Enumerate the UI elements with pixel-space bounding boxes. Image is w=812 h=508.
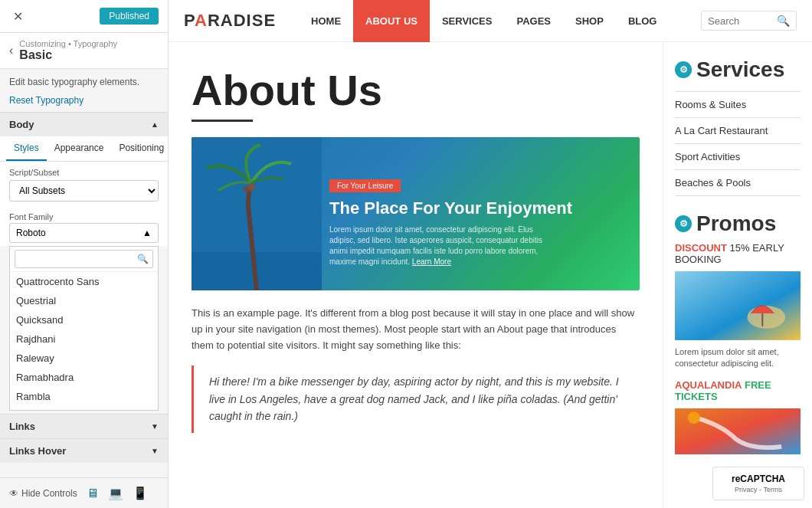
page-title: About Us bbox=[192, 65, 640, 115]
font-item-quattrocento[interactable]: Quattrocento Sans bbox=[10, 272, 158, 291]
eye-icon: 👁 bbox=[9, 488, 18, 499]
script-subset-label: Script/Subset bbox=[9, 168, 159, 177]
service-sport[interactable]: Sport Activities bbox=[675, 144, 801, 170]
promo-image-2 bbox=[675, 408, 801, 454]
font-item-rambla[interactable]: Rambla bbox=[10, 387, 158, 406]
search-icon: 🔍 bbox=[777, 15, 790, 27]
hide-controls-button[interactable]: 👁 Hide Controls bbox=[9, 488, 77, 499]
services-list: Rooms & Suites A La Cart Restaurant Spor… bbox=[675, 91, 801, 196]
hero-badge: For Your Leisure bbox=[329, 179, 401, 192]
links-section-header[interactable]: Links ▼ bbox=[0, 414, 168, 438]
chevron-up-icon-font: ▲ bbox=[142, 228, 152, 238]
nav-home[interactable]: HOME bbox=[299, 0, 353, 42]
font-family-label: Font Family bbox=[0, 208, 168, 223]
sidebar: ⚙ Services Rooms & Suites A La Cart Rest… bbox=[663, 42, 812, 508]
tablet-icon[interactable]: 💻 bbox=[108, 486, 123, 500]
panel-header: ✕ Published bbox=[0, 0, 168, 33]
font-list: Quattrocento Sans Questrial Quicksand Ra… bbox=[10, 272, 158, 410]
close-button[interactable]: ✕ bbox=[9, 8, 26, 25]
breadcrumb-title: Basic bbox=[19, 48, 117, 62]
content-area: About Us bbox=[169, 42, 663, 508]
links-hover-section-header[interactable]: Links Hover ▼ bbox=[0, 438, 168, 463]
font-item-ramabhadra[interactable]: Ramabhadra bbox=[10, 368, 158, 387]
nav-about-us[interactable]: ABOUT US bbox=[353, 0, 430, 42]
font-item-raleway[interactable]: Raleway bbox=[10, 349, 158, 368]
font-family-select[interactable]: Roboto ▲ bbox=[9, 223, 159, 243]
chevron-down-icon-links: ▼ bbox=[151, 422, 159, 431]
service-restaurant[interactable]: A La Cart Restaurant bbox=[675, 118, 801, 144]
page-body-text: This is an example page. It's different … bbox=[192, 306, 640, 353]
chevron-up-icon: ▲ bbox=[151, 120, 159, 129]
mobile-icon[interactable]: 📱 bbox=[133, 486, 148, 500]
font-item-rajdhani[interactable]: Rajdhani bbox=[10, 329, 158, 349]
page-quote: Hi there! I'm a bike messenger by day, a… bbox=[192, 365, 640, 432]
palm-tree-svg bbox=[192, 137, 322, 290]
search-icon: 🔍 bbox=[137, 254, 149, 264]
search-bar[interactable]: 🔍 bbox=[701, 11, 797, 31]
learn-more-link[interactable]: Learn More bbox=[412, 257, 451, 266]
main-content: PARADISE HOME ABOUT US SERVICES PAGES SH… bbox=[169, 0, 812, 508]
panel-description: Edit basic typography elements. bbox=[0, 69, 168, 95]
top-navigation: PARADISE HOME ABOUT US SERVICES PAGES SH… bbox=[169, 0, 812, 42]
font-search-input[interactable] bbox=[15, 250, 153, 268]
promo-image-1 bbox=[675, 271, 801, 340]
hero-image: For Your Leisure The Place For Your Enjo… bbox=[192, 137, 640, 290]
hero-description: Lorem ipsum dolor sit amet, consectetur … bbox=[329, 225, 559, 267]
search-input[interactable] bbox=[708, 15, 777, 27]
page-body: About Us bbox=[169, 42, 812, 508]
back-arrow-icon[interactable]: ‹ bbox=[9, 44, 13, 57]
reset-typography-link[interactable]: Reset Typography bbox=[0, 95, 168, 112]
svg-point-8 bbox=[688, 411, 700, 424]
body-section-header[interactable]: Body ▲ bbox=[0, 112, 168, 136]
font-item-rationale[interactable]: Rationale bbox=[10, 406, 158, 410]
script-subset-group: Script/Subset All Subsets bbox=[0, 162, 168, 208]
hero-overlay: For Your Leisure The Place For Your Enjo… bbox=[329, 179, 640, 267]
tab-appearance[interactable]: Appearance bbox=[47, 136, 112, 161]
palm-area bbox=[192, 137, 322, 290]
customizer-panel: ✕ Published ‹ Customizing • Typography B… bbox=[0, 0, 169, 508]
service-beaches[interactable]: Beaches & Pools bbox=[675, 170, 801, 196]
title-underline bbox=[192, 120, 253, 122]
cookie-notice: reCAPTCHA Privacy - Terms bbox=[712, 467, 804, 500]
svg-rect-4 bbox=[675, 271, 801, 339]
service-rooms[interactable]: Rooms & Suites bbox=[675, 92, 801, 118]
script-subset-select[interactable]: All Subsets bbox=[9, 180, 159, 202]
chevron-down-icon-links-hover: ▼ bbox=[151, 447, 159, 455]
hero-title: The Place For Your Enjoyment bbox=[329, 198, 640, 218]
nav-shop[interactable]: SHOP bbox=[563, 0, 616, 42]
font-search-wrapper: 🔍 bbox=[10, 247, 158, 272]
font-dropdown: 🔍 Quattrocento Sans Questrial Quicksand … bbox=[9, 246, 159, 411]
font-item-questrial[interactable]: Questrial bbox=[10, 291, 158, 310]
font-family-select-wrapper: Roboto ▲ bbox=[0, 223, 168, 246]
aqualandia-text: AQUALANDIA FREE TICKETS bbox=[675, 379, 801, 402]
promos-icon: ⚙ bbox=[675, 215, 692, 232]
desktop-icon[interactable]: 🖥 bbox=[87, 487, 99, 500]
font-selected-value: Roboto bbox=[16, 228, 46, 238]
tab-positioning[interactable]: Positioning bbox=[111, 136, 169, 161]
promos-title: ⚙ Promos bbox=[675, 211, 801, 236]
services-icon: ⚙ bbox=[675, 61, 692, 78]
site-logo: PARADISE bbox=[184, 11, 276, 31]
published-button[interactable]: Published bbox=[100, 8, 159, 25]
nav-pages[interactable]: PAGES bbox=[504, 0, 563, 42]
typography-tabs: Styles Appearance Positioning bbox=[0, 136, 168, 162]
bottom-controls: 👁 Hide Controls 🖥 💻 📱 bbox=[0, 477, 168, 508]
promo-description: Lorem ipsum dolor sit amet, consectetur … bbox=[675, 346, 801, 370]
svg-point-3 bbox=[244, 186, 250, 192]
font-item-quicksand[interactable]: Quicksand bbox=[10, 310, 158, 329]
breadcrumb: ‹ Customizing • Typography Basic bbox=[0, 33, 168, 69]
nav-services[interactable]: SERVICES bbox=[430, 0, 505, 42]
breadcrumb-sub: Customizing • Typography bbox=[19, 39, 117, 48]
services-title: ⚙ Services bbox=[675, 57, 801, 82]
nav-links: HOME ABOUT US SERVICES PAGES SHOP BLOG bbox=[299, 0, 701, 42]
nav-blog[interactable]: BLOG bbox=[616, 0, 670, 42]
tab-styles[interactable]: Styles bbox=[6, 136, 47, 161]
discount-text: DISCOUNT 15% EARLY BOOKING bbox=[675, 242, 801, 265]
